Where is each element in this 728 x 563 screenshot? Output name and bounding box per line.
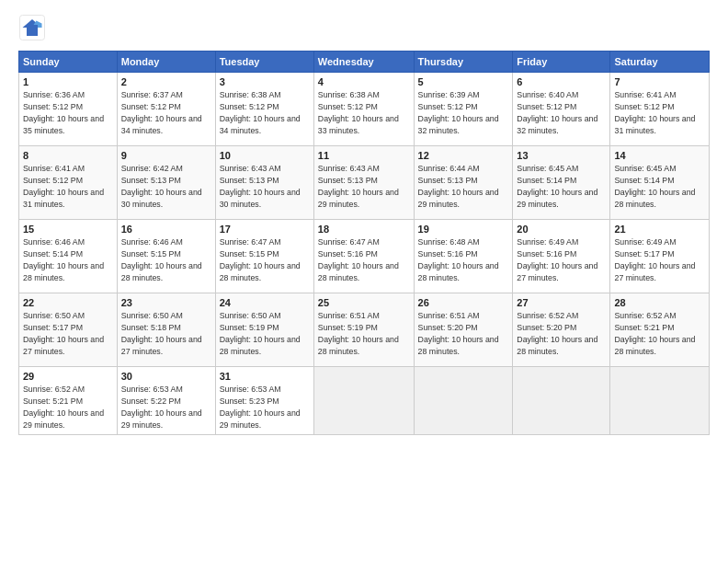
day-info: Sunrise: 6:50 AMSunset: 5:18 PMDaylight:… — [121, 311, 202, 356]
day-number: 3 — [220, 76, 310, 87]
day-number: 2 — [121, 76, 211, 87]
weekday-header-saturday: Saturday — [610, 52, 710, 73]
calendar-cell: 5 Sunrise: 6:39 AMSunset: 5:12 PMDayligh… — [414, 73, 513, 146]
calendar-cell: 28 Sunrise: 6:52 AMSunset: 5:21 PMDaylig… — [610, 293, 710, 367]
day-number: 21 — [614, 224, 705, 235]
day-number: 1 — [23, 76, 113, 87]
day-info: Sunrise: 6:53 AMSunset: 5:23 PMDaylight:… — [220, 385, 301, 430]
calendar-cell: 14 Sunrise: 6:45 AMSunset: 5:14 PMDaylig… — [610, 146, 710, 220]
calendar-cell: 31 Sunrise: 6:53 AMSunset: 5:23 PMDaylig… — [215, 367, 313, 435]
day-number: 16 — [121, 224, 211, 235]
day-info: Sunrise: 6:51 AMSunset: 5:19 PMDaylight:… — [318, 311, 399, 356]
calendar-cell: 27 Sunrise: 6:52 AMSunset: 5:20 PMDaylig… — [513, 293, 610, 367]
day-info: Sunrise: 6:46 AMSunset: 5:15 PMDaylight:… — [121, 237, 202, 282]
weekday-header-thursday: Thursday — [414, 52, 513, 73]
weekday-header-wednesday: Wednesday — [313, 52, 414, 73]
day-info: Sunrise: 6:41 AMSunset: 5:12 PMDaylight:… — [614, 90, 695, 135]
day-number: 14 — [614, 150, 705, 161]
calendar-cell: 12 Sunrise: 6:44 AMSunset: 5:13 PMDaylig… — [414, 146, 513, 220]
day-info: Sunrise: 6:45 AMSunset: 5:14 PMDaylight:… — [614, 164, 695, 209]
day-info: Sunrise: 6:38 AMSunset: 5:12 PMDaylight:… — [318, 90, 399, 135]
day-info: Sunrise: 6:42 AMSunset: 5:13 PMDaylight:… — [121, 164, 202, 209]
calendar-cell — [513, 367, 610, 435]
calendar-cell: 7 Sunrise: 6:41 AMSunset: 5:12 PMDayligh… — [610, 73, 710, 146]
day-number: 7 — [614, 76, 705, 87]
day-info: Sunrise: 6:52 AMSunset: 5:20 PMDaylight:… — [517, 311, 597, 356]
day-number: 4 — [318, 76, 410, 87]
day-info: Sunrise: 6:52 AMSunset: 5:21 PMDaylight:… — [23, 385, 104, 430]
day-info: Sunrise: 6:39 AMSunset: 5:12 PMDaylight:… — [418, 90, 499, 135]
calendar-cell: 23 Sunrise: 6:50 AMSunset: 5:18 PMDaylig… — [117, 293, 215, 367]
calendar-cell: 21 Sunrise: 6:49 AMSunset: 5:17 PMDaylig… — [610, 220, 710, 293]
day-info: Sunrise: 6:46 AMSunset: 5:14 PMDaylight:… — [23, 237, 104, 282]
day-number: 13 — [517, 150, 606, 161]
calendar-cell: 6 Sunrise: 6:40 AMSunset: 5:12 PMDayligh… — [513, 73, 610, 146]
calendar-cell — [414, 367, 513, 435]
weekday-header-row: SundayMondayTuesdayWednesdayThursdayFrid… — [19, 52, 710, 73]
day-number: 10 — [220, 150, 310, 161]
day-number: 30 — [121, 371, 211, 382]
logo-icon — [18, 14, 46, 41]
day-number: 11 — [318, 150, 410, 161]
day-number: 27 — [517, 297, 606, 308]
week-row-4: 22 Sunrise: 6:50 AMSunset: 5:17 PMDaylig… — [19, 293, 710, 367]
day-number: 8 — [23, 150, 113, 161]
calendar-cell: 20 Sunrise: 6:49 AMSunset: 5:16 PMDaylig… — [513, 220, 610, 293]
day-number: 24 — [220, 297, 310, 308]
day-number: 23 — [121, 297, 211, 308]
day-number: 5 — [418, 76, 509, 87]
calendar-cell — [313, 367, 414, 435]
calendar-cell: 15 Sunrise: 6:46 AMSunset: 5:14 PMDaylig… — [19, 220, 118, 293]
day-info: Sunrise: 6:40 AMSunset: 5:12 PMDaylight:… — [517, 90, 597, 135]
calendar-cell: 11 Sunrise: 6:43 AMSunset: 5:13 PMDaylig… — [313, 146, 414, 220]
day-number: 19 — [418, 224, 509, 235]
weekday-header-friday: Friday — [513, 52, 610, 73]
calendar-cell: 8 Sunrise: 6:41 AMSunset: 5:12 PMDayligh… — [19, 146, 118, 220]
day-number: 29 — [23, 371, 113, 382]
calendar-cell: 29 Sunrise: 6:52 AMSunset: 5:21 PMDaylig… — [19, 367, 118, 435]
calendar-cell: 9 Sunrise: 6:42 AMSunset: 5:13 PMDayligh… — [117, 146, 215, 220]
calendar-cell: 18 Sunrise: 6:47 AMSunset: 5:16 PMDaylig… — [313, 220, 414, 293]
day-info: Sunrise: 6:44 AMSunset: 5:13 PMDaylight:… — [418, 164, 499, 209]
day-info: Sunrise: 6:45 AMSunset: 5:14 PMDaylight:… — [517, 164, 597, 209]
day-info: Sunrise: 6:50 AMSunset: 5:19 PMDaylight:… — [220, 311, 301, 356]
calendar-cell: 4 Sunrise: 6:38 AMSunset: 5:12 PMDayligh… — [313, 73, 414, 146]
week-row-1: 1 Sunrise: 6:36 AMSunset: 5:12 PMDayligh… — [19, 73, 710, 146]
day-info: Sunrise: 6:49 AMSunset: 5:16 PMDaylight:… — [517, 237, 597, 282]
day-number: 25 — [318, 297, 410, 308]
day-number: 26 — [418, 297, 509, 308]
calendar-cell: 25 Sunrise: 6:51 AMSunset: 5:19 PMDaylig… — [313, 293, 414, 367]
calendar-cell: 2 Sunrise: 6:37 AMSunset: 5:12 PMDayligh… — [117, 73, 215, 146]
day-number: 9 — [121, 150, 211, 161]
day-info: Sunrise: 6:38 AMSunset: 5:12 PMDaylight:… — [220, 90, 301, 135]
day-info: Sunrise: 6:43 AMSunset: 5:13 PMDaylight:… — [220, 164, 301, 209]
header — [18, 14, 710, 41]
calendar-cell: 10 Sunrise: 6:43 AMSunset: 5:13 PMDaylig… — [215, 146, 313, 220]
day-info: Sunrise: 6:47 AMSunset: 5:16 PMDaylight:… — [318, 237, 399, 282]
logo — [18, 14, 50, 41]
week-row-5: 29 Sunrise: 6:52 AMSunset: 5:21 PMDaylig… — [19, 367, 710, 435]
day-info: Sunrise: 6:37 AMSunset: 5:12 PMDaylight:… — [121, 90, 202, 135]
weekday-header-tuesday: Tuesday — [215, 52, 313, 73]
day-number: 17 — [220, 224, 310, 235]
day-info: Sunrise: 6:50 AMSunset: 5:17 PMDaylight:… — [23, 311, 104, 356]
calendar-table: SundayMondayTuesdayWednesdayThursdayFrid… — [18, 51, 710, 435]
calendar-cell: 1 Sunrise: 6:36 AMSunset: 5:12 PMDayligh… — [19, 73, 118, 146]
calendar-cell: 24 Sunrise: 6:50 AMSunset: 5:19 PMDaylig… — [215, 293, 313, 367]
day-info: Sunrise: 6:47 AMSunset: 5:15 PMDaylight:… — [220, 237, 301, 282]
page: SundayMondayTuesdayWednesdayThursdayFrid… — [0, 0, 728, 563]
week-row-2: 8 Sunrise: 6:41 AMSunset: 5:12 PMDayligh… — [19, 146, 710, 220]
day-number: 12 — [418, 150, 509, 161]
day-info: Sunrise: 6:49 AMSunset: 5:17 PMDaylight:… — [614, 237, 695, 282]
day-info: Sunrise: 6:36 AMSunset: 5:12 PMDaylight:… — [23, 90, 104, 135]
calendar-cell: 19 Sunrise: 6:48 AMSunset: 5:16 PMDaylig… — [414, 220, 513, 293]
day-info: Sunrise: 6:53 AMSunset: 5:22 PMDaylight:… — [121, 385, 202, 430]
calendar-cell: 3 Sunrise: 6:38 AMSunset: 5:12 PMDayligh… — [215, 73, 313, 146]
day-info: Sunrise: 6:48 AMSunset: 5:16 PMDaylight:… — [418, 237, 499, 282]
calendar-cell: 17 Sunrise: 6:47 AMSunset: 5:15 PMDaylig… — [215, 220, 313, 293]
day-info: Sunrise: 6:51 AMSunset: 5:20 PMDaylight:… — [418, 311, 499, 356]
day-number: 28 — [614, 297, 705, 308]
weekday-header-sunday: Sunday — [19, 52, 118, 73]
day-number: 22 — [23, 297, 113, 308]
calendar-cell: 30 Sunrise: 6:53 AMSunset: 5:22 PMDaylig… — [117, 367, 215, 435]
